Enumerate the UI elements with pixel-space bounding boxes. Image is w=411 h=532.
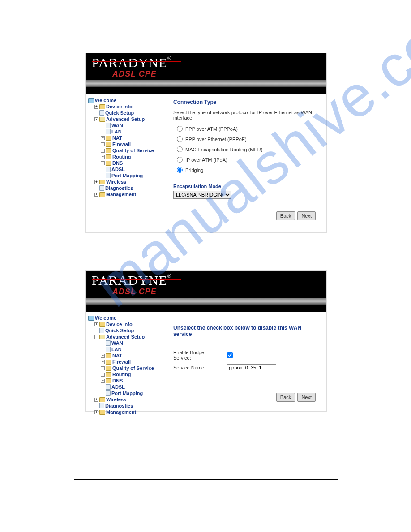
enable-bridge-checkbox[interactable] — [227, 352, 233, 358]
tree-item-label: Firewall — [112, 359, 131, 365]
folder-icon — [106, 142, 111, 147]
tree-item-quick-setup[interactable]: Quick Setup — [94, 327, 169, 334]
expand-icon[interactable]: + — [101, 149, 105, 153]
tree-item-quality-of-service[interactable]: +Quality of Service — [101, 365, 169, 371]
tree-spacer — [94, 186, 98, 190]
folder-icon — [106, 360, 111, 365]
expand-icon[interactable]: + — [101, 379, 105, 383]
tree-item-advanced-setup[interactable]: -Advanced Setup — [94, 334, 169, 340]
tree-item-label: Wireless — [106, 396, 126, 403]
tree-item-adsl[interactable]: ADSL — [101, 166, 169, 172]
header-bar: PARADYNE® ADSL CPE — [86, 271, 326, 298]
expand-icon[interactable]: + — [94, 398, 98, 402]
tree-item-wireless[interactable]: +Wireless — [94, 179, 169, 185]
service-name-label: Service Name: — [173, 365, 223, 370]
tree-item-quick-setup[interactable]: Quick Setup — [94, 110, 169, 116]
expand-icon[interactable]: + — [94, 322, 98, 326]
tree-item-port-mapping[interactable]: Port Mapping — [101, 172, 169, 179]
computer-icon — [88, 316, 94, 321]
tree-spacer — [101, 167, 105, 172]
tree-spacer — [101, 348, 105, 352]
tree-spacer — [94, 404, 98, 408]
expand-icon[interactable]: - — [94, 335, 98, 339]
tree-item-wan[interactable]: WAN — [101, 122, 169, 129]
page-icon — [99, 110, 104, 116]
expand-icon[interactable]: + — [94, 410, 98, 414]
tree-item-management[interactable]: +Management — [94, 409, 169, 415]
expand-icon[interactable]: + — [101, 142, 105, 146]
tree-item-diagnostics[interactable]: Diagnostics — [94, 185, 169, 191]
folder-icon — [106, 378, 111, 383]
tree-item-lan[interactable]: LAN — [101, 346, 169, 352]
tree-item-nat[interactable]: +NAT — [101, 352, 169, 359]
tree-item-wan[interactable]: WAN — [101, 340, 169, 346]
tree-item-label: Routing — [112, 154, 131, 160]
tree-item-device-info[interactable]: +Device Info — [94, 321, 169, 327]
next-button[interactable]: Next — [297, 211, 316, 220]
expand-icon[interactable]: - — [94, 117, 98, 121]
expand-icon[interactable]: + — [101, 136, 105, 140]
expand-icon[interactable]: + — [94, 193, 98, 197]
tree-item-management[interactable]: +Management — [94, 191, 169, 197]
tree-item-label: Quality of Service — [112, 147, 154, 154]
tree-item-label: Device Info — [106, 321, 133, 327]
tree-item-diagnostics[interactable]: Diagnostics — [94, 403, 169, 409]
tree-item-routing[interactable]: +Routing — [101, 371, 169, 378]
brand-reg: ® — [167, 273, 172, 279]
tree-item-adsl[interactable]: ADSL — [101, 384, 169, 390]
tree-root[interactable]: Welcome — [88, 97, 169, 103]
tree-item-dns[interactable]: +DNS — [101, 378, 169, 384]
expand-icon[interactable]: + — [94, 105, 98, 109]
expand-icon[interactable]: + — [101, 373, 105, 377]
tree-root[interactable]: Welcome — [88, 315, 169, 321]
heading-connection-type: Connection Type — [173, 99, 319, 105]
radio-ppp-over-atm-pppoa-[interactable] — [177, 126, 183, 132]
tree-item-dns[interactable]: +DNS — [101, 160, 169, 166]
brand-logo: PARADYNE® — [92, 273, 172, 288]
tree-item-label: WAN — [111, 340, 123, 346]
radio-ip-over-atm-ipoa-[interactable] — [177, 157, 183, 163]
radio-bridging[interactable] — [177, 167, 183, 173]
tree-spacer — [101, 385, 105, 389]
expand-icon[interactable]: + — [101, 360, 105, 364]
tree-item-lan[interactable]: LAN — [101, 129, 169, 135]
folder-open-icon — [99, 117, 105, 122]
nav-tree: Welcome +Device InfoQuick Setup-Advanced… — [86, 312, 171, 418]
tree-item-firewall[interactable]: +Firewall — [101, 141, 169, 147]
next-button[interactable]: Next — [297, 393, 316, 402]
brand-sub: ADSL CPE — [112, 287, 157, 296]
tree-item-firewall[interactable]: +Firewall — [101, 359, 169, 365]
tree-item-label: Port Mapping — [111, 172, 143, 179]
radio-ppp-over-ethernet-pppoe-[interactable] — [177, 136, 183, 142]
header-bar-lower — [86, 305, 326, 312]
tree-item-device-info[interactable]: +Device Info — [94, 103, 169, 110]
tree-item-label: LAN — [111, 346, 122, 352]
folder-icon — [106, 148, 111, 153]
expand-icon[interactable]: + — [101, 354, 105, 358]
radio-label: Bridging — [185, 167, 203, 173]
expand-icon[interactable]: + — [101, 155, 105, 159]
tree-item-routing[interactable]: +Routing — [101, 154, 169, 160]
tree-item-label: Diagnostics — [105, 403, 133, 409]
tree-item-nat[interactable]: +NAT — [101, 135, 169, 141]
back-button[interactable]: Back — [276, 393, 295, 402]
radio-mac-encapsulation-routing-mer-[interactable] — [177, 146, 183, 152]
header-gradient — [86, 298, 326, 305]
tree-item-port-mapping[interactable]: Port Mapping — [101, 390, 169, 396]
expand-icon[interactable]: + — [101, 366, 105, 370]
tree-item-advanced-setup[interactable]: -Advanced Setup — [94, 116, 169, 122]
expand-icon[interactable]: + — [101, 161, 105, 165]
back-button[interactable]: Back — [276, 211, 295, 220]
tree-item-quality-of-service[interactable]: +Quality of Service — [101, 147, 169, 154]
description-text: Select the type of network protocol for … — [173, 110, 319, 120]
tree-item-label: Advanced Setup — [106, 334, 145, 340]
service-name-input[interactable] — [227, 364, 276, 371]
page-icon — [106, 340, 111, 346]
tree-item-wireless[interactable]: +Wireless — [94, 396, 169, 403]
brand-sub: ADSL CPE — [112, 69, 157, 79]
brand-logo: PARADYNE® — [92, 55, 172, 70]
tree-spacer — [101, 130, 105, 134]
expand-icon[interactable]: + — [94, 180, 98, 184]
encap-mode-select[interactable]: LLC/SNAP-BRIDGING — [173, 191, 231, 199]
page-icon — [106, 129, 111, 134]
